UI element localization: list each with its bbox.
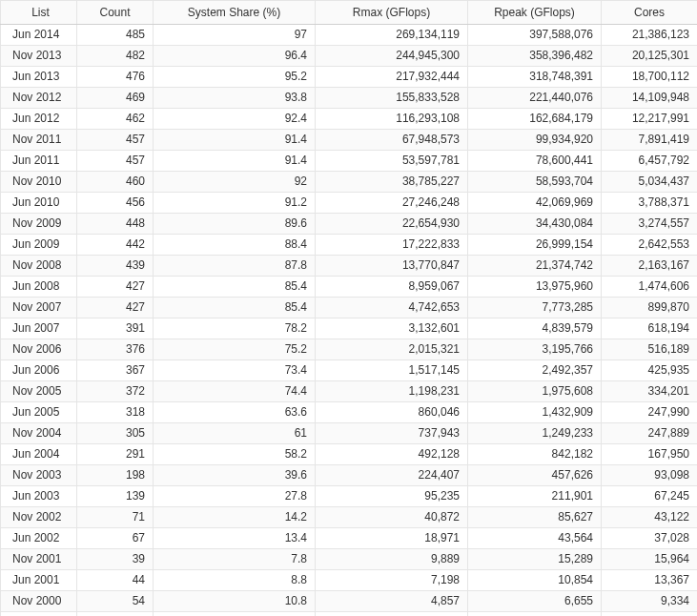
cell-rmax: 217,932,444	[316, 67, 468, 88]
cell-share: 63.6	[154, 402, 316, 423]
cell-share: 75.2	[154, 339, 316, 360]
cell-cores: 93,098	[602, 465, 698, 486]
cell-cores: 2,163,167	[602, 256, 698, 277]
cell-rmax: 95,235	[316, 486, 468, 507]
cell-list: Jun 2014	[1, 25, 77, 46]
cell-count: 376	[77, 339, 154, 360]
cell-rmax: 53,597,781	[316, 151, 468, 172]
cell-rmax: 269,134,119	[316, 25, 468, 46]
cell-count: 391	[77, 318, 154, 339]
cell-list: Nov 2001	[1, 549, 77, 570]
col-header-rpeak[interactable]: Rpeak (GFlops)	[468, 1, 602, 25]
cell-share: 96.4	[154, 46, 316, 67]
cell-rmax: 9,889	[316, 549, 468, 570]
cell-list: Nov 2013	[1, 46, 77, 67]
cell-rpeak: 2,763	[468, 612, 602, 617]
table-row: Nov 201246993.8155,833,528221,440,07614,…	[1, 88, 698, 109]
table-body: Jun 201448597269,134,119397,588,07621,38…	[1, 25, 698, 617]
table-row: Jun 201448597269,134,119397,588,07621,38…	[1, 25, 698, 46]
table-row: Jun 20026713.418,97143,56437,028	[1, 528, 698, 549]
cell-rmax: 18,971	[316, 528, 468, 549]
cell-count: 427	[77, 277, 154, 298]
cell-rmax: 7,198	[316, 570, 468, 591]
cell-rmax: 22,654,930	[316, 214, 468, 235]
cell-count: 462	[77, 109, 154, 130]
cell-list: Nov 2004	[1, 423, 77, 444]
cell-share: 87.8	[154, 256, 316, 277]
cell-rmax: 116,293,108	[316, 109, 468, 130]
cell-rmax: 1,198,231	[316, 381, 468, 402]
cell-cores: 21,386,123	[602, 25, 698, 46]
cell-rmax: 492,128	[316, 444, 468, 465]
cell-list: Jun 2001	[1, 570, 77, 591]
table-row: Jun 200313927.895,235211,90167,245	[1, 486, 698, 507]
cell-rmax: 4,857	[316, 591, 468, 612]
cell-share: 97	[154, 25, 316, 46]
col-header-share[interactable]: System Share (%)	[154, 1, 316, 25]
cell-list: Nov 2006	[1, 339, 77, 360]
cell-list: Nov 2003	[1, 465, 77, 486]
cell-cores: 9,334	[602, 591, 698, 612]
cell-count: 318	[77, 402, 154, 423]
cell-share: 92	[154, 172, 316, 193]
col-header-count[interactable]: Count	[77, 1, 154, 25]
cell-rmax: 8,959,067	[316, 277, 468, 298]
cell-list: Jun 2005	[1, 402, 77, 423]
cell-list: Nov 2002	[1, 507, 77, 528]
table-row: Jun 201347695.2217,932,444318,748,39118,…	[1, 67, 698, 88]
cell-cores: 15,964	[602, 549, 698, 570]
cell-cores: 6,457,792	[602, 151, 698, 172]
table-row: Nov 200430561737,9431,249,233247,889	[1, 423, 698, 444]
table-row: Nov 20005410.84,8576,6559,334	[1, 591, 698, 612]
cell-share: 88.4	[154, 235, 316, 256]
cell-count: 427	[77, 298, 154, 318]
table-row: Nov 200843987.813,770,84721,374,7422,163…	[1, 256, 698, 277]
table-row: Nov 201348296.4244,945,300358,396,48220,…	[1, 46, 698, 67]
cell-cores: 247,990	[602, 402, 698, 423]
cell-cores: 618,194	[602, 318, 698, 339]
cell-list: Jun 2013	[1, 67, 77, 88]
table-row: Jun 200842785.48,959,06713,975,9601,474,…	[1, 277, 698, 298]
cell-cores: 3,788,371	[602, 193, 698, 214]
cell-count: 457	[77, 130, 154, 151]
cell-list: Jun 2010	[1, 193, 77, 214]
cell-cores: 425,935	[602, 360, 698, 381]
cell-rpeak: 58,593,704	[468, 172, 602, 193]
cell-list: Nov 2005	[1, 381, 77, 402]
table-row: Jun 201145791.453,597,78178,600,4416,457…	[1, 151, 698, 172]
cell-share: 27.8	[154, 486, 316, 507]
table-row: Nov 20027114.240,87285,62743,122	[1, 507, 698, 528]
cell-cores: 2,642,553	[602, 235, 698, 256]
col-header-list[interactable]: List	[1, 1, 77, 25]
table-row: Jun 2001448.87,19810,85413,367	[1, 570, 698, 591]
cell-count: 439	[77, 256, 154, 277]
cell-cores: 12,217,991	[602, 109, 698, 130]
cell-cores: 20,125,301	[602, 46, 698, 67]
cell-share: 91.2	[154, 193, 316, 214]
cell-rpeak: 397,588,076	[468, 25, 602, 46]
col-header-cores[interactable]: Cores	[602, 1, 698, 25]
cell-rpeak: 162,684,179	[468, 109, 602, 130]
cell-rpeak: 7,773,285	[468, 298, 602, 318]
cell-rpeak: 13,975,960	[468, 277, 602, 298]
cell-count: 54	[77, 591, 154, 612]
cell-list: Jun 2011	[1, 151, 77, 172]
cell-list: Nov 2010	[1, 172, 77, 193]
cell-rpeak: 85,627	[468, 507, 602, 528]
cell-count: 469	[77, 88, 154, 109]
cell-list: Nov 2000	[1, 591, 77, 612]
cell-count: 28	[77, 612, 154, 617]
cell-rpeak: 1,249,233	[468, 423, 602, 444]
cell-rpeak: 42,069,969	[468, 193, 602, 214]
cell-cores: 516,189	[602, 339, 698, 360]
cell-rmax: 3,132,601	[316, 318, 468, 339]
cell-cores: 67,245	[602, 486, 698, 507]
col-header-rmax[interactable]: Rmax (GFlops)	[316, 1, 468, 25]
cell-rpeak: 211,901	[468, 486, 602, 507]
cell-rmax: 737,943	[316, 423, 468, 444]
cell-list: Jun 2003	[1, 486, 77, 507]
cell-rpeak: 1,975,608	[468, 381, 602, 402]
table-row: Nov 200537274.41,198,2311,975,608334,201	[1, 381, 698, 402]
table-row: Jun 200944288.417,222,83326,999,1542,642…	[1, 235, 698, 256]
cell-share: 91.4	[154, 130, 316, 151]
